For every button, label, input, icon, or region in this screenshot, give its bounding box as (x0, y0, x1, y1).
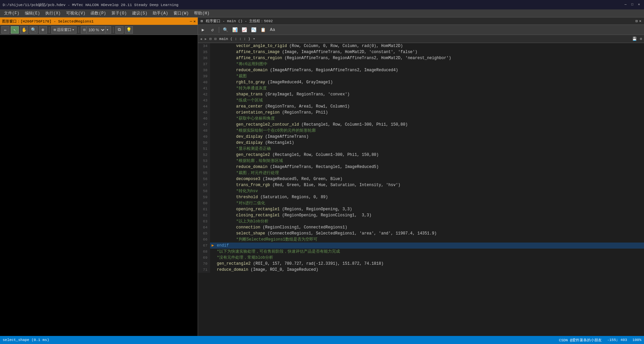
table-row[interactable]: 56 decompose3 (ImageReduced5, Red, Green… (198, 176, 644, 182)
table-row[interactable]: 48 *根据实际绘制一个在c6旁的元件的矩形轮廓 (198, 128, 644, 134)
table-row[interactable]: 59 threshold (Saturation, Regions, 0, 89… (198, 194, 644, 200)
table-row[interactable]: 44 area_center (RegionTrans, Area1, Row1… (198, 103, 644, 110)
coord-display: -155; 403 (607, 338, 627, 342)
code-panel-expand[interactable]: ⊡ (636, 19, 638, 23)
table-row[interactable]: 41 *转为单通道灰度 (198, 85, 644, 91)
code-panel-close[interactable]: ✕ (639, 19, 641, 23)
light-icon[interactable]: 💡 (125, 26, 133, 34)
menu-edit[interactable]: 编辑(E) (22, 9, 43, 17)
line-content: gen_rectangle2_contour_xld (Rectangle1, … (215, 122, 644, 128)
nav-settings-button[interactable]: ⚙ (640, 37, 642, 41)
font-button[interactable]: Aa (269, 26, 276, 34)
table-row[interactable]: 70gen_rectangle2 (ROI_0, 157, 780.727, r… (198, 261, 644, 267)
table-row[interactable]: 66 *判断SelectedRegions1数组是否为空即可 (198, 236, 644, 243)
table-row[interactable]: 64 connection (RegionClosing1, Connected… (198, 224, 644, 230)
panel-close[interactable]: ✕ (193, 19, 196, 24)
table-row[interactable]: 57 trans_from_rgb (Red, Green, Blue, Hue… (198, 182, 644, 188)
line-number: 47 (198, 122, 210, 128)
nav-save-button[interactable]: 💾 (632, 37, 637, 41)
table-row[interactable]: 42 shape_trans (GrayImage1, RegionTrans,… (198, 91, 644, 97)
line-content: dev_display (ImageAffineTrans) (215, 134, 644, 140)
table-row[interactable]: 37 *将c6运用到图中 (198, 61, 644, 67)
table-row[interactable]: 50 dev_display (Rectangle1) (198, 140, 644, 146)
table-row[interactable]: 39 *裁图 (198, 73, 644, 79)
table-row[interactable]: 68*以下为快速实验处理，可在售前阶段，快速评估产品是否有能力完成 (198, 249, 644, 255)
table-row[interactable]: 65 select_shape (ConnectedRegions1, Sele… (198, 230, 644, 236)
chart1-button[interactable]: 📊 (231, 26, 239, 34)
zoom-tool[interactable]: 🔍 (30, 26, 38, 34)
table-row[interactable]: 49 dev_display (ImageAffineTrans) (198, 134, 644, 140)
table-row[interactable]: 46 *获取中心坐标和角度 (198, 116, 644, 122)
line-content: area_center (RegionTrans, Area1, Row1, C… (215, 103, 644, 110)
table-row[interactable]: 69*没有元件处理，常规blob分析 (198, 255, 644, 261)
table-row[interactable]: 34 vector_angle_to_rigid (Row, Column, 0… (198, 43, 644, 49)
zoom-in-tool[interactable]: ⊕ (39, 26, 47, 34)
table-row[interactable]: 71reduce_domain (Image, ROI_0, ImageRedu… (198, 267, 644, 273)
table-row[interactable]: 35 affine_trans_image (Image, ImageAffin… (198, 49, 644, 55)
table-row[interactable]: 43 *练成一个区域 (198, 97, 644, 103)
select-tool[interactable]: ↖ (11, 26, 19, 34)
hand-tool[interactable]: ✋ (20, 26, 28, 34)
menu-file[interactable]: 文件(F) (1, 9, 22, 17)
table-row[interactable]: 62 closing_rectangle1 (RegionOpening, Re… (198, 212, 644, 218)
panel-minimize[interactable]: — (190, 19, 192, 24)
table-row[interactable]: 63 *以上为blob分析 (198, 218, 644, 224)
code-editor-area[interactable]: 34 vector_angle_to_rigid (Row, Column, 0… (198, 43, 644, 336)
table-row[interactable]: 67▶endif (198, 243, 644, 249)
table-row[interactable]: 54 reduce_domain (ImageAffineTrans, Rect… (198, 164, 644, 170)
menu-visualize[interactable]: 可视化(V) (63, 9, 88, 17)
nav-back-button[interactable]: ◀ (200, 37, 202, 41)
nav-dropdown[interactable]: ▾ (253, 37, 255, 41)
line-number: 62 (198, 212, 210, 218)
menu-functions[interactable]: 函数(P) (88, 9, 109, 17)
table-row[interactable]: 45 orientation_region (RegionTrans, Phi1… (198, 110, 644, 116)
menu-help[interactable]: 帮助(H) (191, 9, 212, 17)
menu-suggestions[interactable]: 建议(S) (130, 9, 150, 17)
menu-operators[interactable]: 算子(O) (109, 9, 130, 17)
menu-execute[interactable]: 执行(X) (43, 9, 63, 17)
line-content: *裁图，对元件进行处理 (215, 170, 644, 176)
table-row[interactable]: 40 rgb1_to_gray (ImageReduced4, GrayImag… (198, 79, 644, 85)
chart4-button[interactable]: 📋 (259, 26, 267, 34)
search-button[interactable]: 🔍 (222, 26, 229, 34)
zoom-select[interactable]: 100 % 50 % 200 % (86, 26, 106, 34)
table-row[interactable]: 60 *对s进行二值化 (198, 200, 644, 206)
table-row[interactable]: 38 reduce_domain (ImageAffineTrans, Regi… (198, 67, 644, 73)
minimize-button[interactable]: — (623, 2, 628, 7)
menu-window[interactable]: 窗口(W) (171, 9, 192, 17)
zoom-level-button[interactable]: ⊟ 100 % 50 % 200 % ▾ (81, 26, 111, 34)
nav-frame-icon: ⊟ (209, 37, 212, 41)
table-row[interactable]: 47 gen_rectangle2_contour_xld (Rectangle… (198, 122, 644, 128)
table-row[interactable]: 55 *裁图，对元件进行处理 (198, 170, 644, 176)
window-controls[interactable]: — □ ✕ (623, 2, 641, 7)
menu-assistant[interactable]: 助手(A) (150, 9, 171, 17)
maximize-button[interactable]: □ (630, 2, 635, 7)
refresh-button[interactable]: ↺ (209, 26, 216, 34)
table-row[interactable]: 58 *转化为hsv (198, 188, 644, 194)
table-row[interactable]: 36 affine_trans_region (RegionAffineTran… (198, 55, 644, 61)
line-content: vector_angle_to_rigid (Row, Column, 0, R… (215, 43, 644, 49)
panel-controls[interactable]: — ✕ (190, 19, 196, 24)
fit-window-button[interactable]: ⊞ 适应窗口 ▾ (51, 26, 77, 34)
table-row[interactable]: 52 gen_rectangle2 (Rectangle1, Row, Colu… (198, 152, 644, 158)
draw-tool[interactable]: ✏ (1, 26, 9, 34)
chart3-button[interactable]: 📉 (250, 26, 257, 34)
table-row[interactable]: 61 opening_rectangle1 (Regions, RegionOp… (198, 206, 644, 212)
chart2-button[interactable]: 📈 (241, 26, 248, 34)
table-row[interactable]: 53 *根据轮廓，绘制矩形区域 (198, 158, 644, 164)
nav-forward-button[interactable]: ▶ (205, 37, 207, 41)
code-panel-controls[interactable]: ⊡ ✕ (636, 19, 641, 23)
line-number: 44 (198, 103, 210, 110)
watermark: CSDN @爱炸薯条的小朋友 (559, 338, 602, 343)
run-button[interactable]: ▶ (199, 26, 207, 34)
line-content: shape_trans (GrayImage1, RegionTrans, 'c… (215, 91, 644, 97)
line-content: *裁图 (215, 73, 644, 79)
line-content: decompose3 (ImageReduced5, Red, Green, B… (215, 176, 644, 182)
line-content: *将c6运用到图中 (215, 61, 644, 67)
table-row[interactable]: 51 *显示检测是否正确 (198, 146, 644, 152)
layers-icon[interactable]: ⧉ (115, 26, 123, 34)
line-content: reduce_domain (Image, ROI_0, ImageReduce… (215, 267, 644, 273)
close-button[interactable]: ✕ (637, 2, 641, 7)
line-content: *没有元件处理，常规blob分析 (215, 255, 644, 261)
line-content: threshold (Saturation, Regions, 0, 89) (215, 194, 644, 200)
